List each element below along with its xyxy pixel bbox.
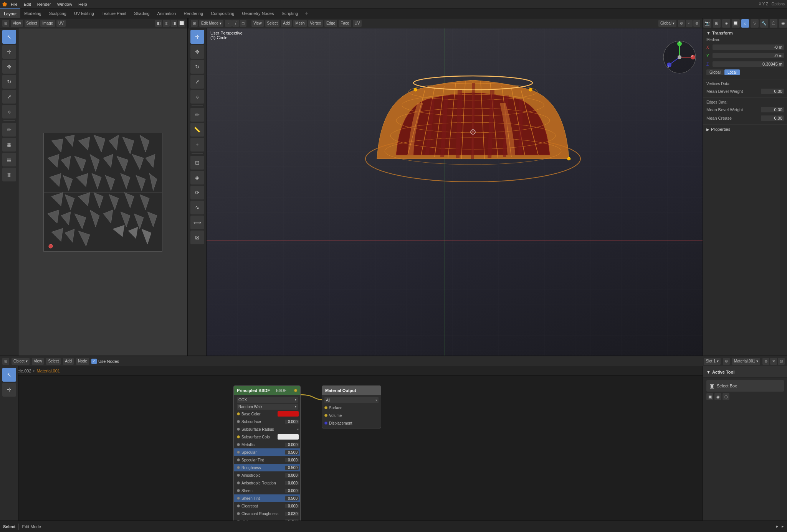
tab-layout[interactable]: Layout: [0, 8, 20, 18]
tab-texture-paint[interactable]: Texture Paint: [98, 8, 130, 18]
uv-icon2[interactable]: ◫: [163, 20, 170, 27]
uv-tool-bar2[interactable]: ▤: [2, 153, 16, 166]
random-walk-dropdown[interactable]: Random Walk ▾: [237, 404, 298, 410]
edge-dropdown[interactable]: Edge: [324, 20, 337, 27]
active-tool-collapse[interactable]: ▼: [706, 370, 711, 374]
menu-window[interactable]: Window: [55, 1, 74, 7]
transform-collapse-icon[interactable]: ▼: [706, 31, 711, 35]
tool-icon-1[interactable]: ▣: [706, 393, 713, 400]
add-dropdown[interactable]: Add: [281, 20, 292, 27]
uv-tool-cursor[interactable]: ✛: [2, 45, 16, 59]
tool-move[interactable]: ✥: [190, 45, 204, 59]
anisotropic-value[interactable]: 0.000: [285, 473, 299, 478]
global-btn[interactable]: Global: [706, 69, 724, 75]
specular-tint-value[interactable]: 0.000: [285, 458, 299, 462]
menu-help[interactable]: Help: [76, 1, 89, 7]
tool-annotate[interactable]: ✏: [190, 108, 204, 122]
uv-icon4[interactable]: ⬜: [178, 20, 185, 27]
subsurface-color-swatch[interactable]: [278, 434, 299, 440]
uv-tool-bar3[interactable]: ▥: [2, 168, 16, 181]
select-box-item[interactable]: ▣ Select Box: [706, 380, 784, 392]
tab-scripting[interactable]: Scripting: [278, 8, 302, 18]
select-dropdown[interactable]: Select: [265, 20, 280, 27]
sheen-value[interactable]: 0.000: [285, 489, 299, 493]
shader-select-dropdown[interactable]: Select: [46, 358, 61, 365]
tool-transform[interactable]: ⟐: [190, 90, 204, 104]
properties-toggle[interactable]: ▶ Properties: [706, 127, 784, 132]
menu-render[interactable]: Render: [35, 1, 53, 7]
props-icon-render[interactable]: 📷: [703, 19, 711, 28]
mat-delete-btn[interactable]: ✕: [770, 358, 777, 365]
tool-rotate[interactable]: ↻: [190, 60, 204, 74]
tool-measure[interactable]: 📏: [190, 123, 204, 137]
mat-browse-btn[interactable]: ⊙: [723, 358, 730, 365]
props-icon-data[interactable]: ⬡: [770, 19, 778, 28]
props-icon-modifier[interactable]: 🔧: [760, 19, 768, 28]
shader-view-dropdown[interactable]: View: [32, 358, 44, 365]
slot-dropdown[interactable]: Slot 1 ▾: [704, 358, 721, 365]
metallic-value[interactable]: 0.000: [285, 443, 299, 447]
tool-scale[interactable]: ⤢: [190, 75, 204, 89]
z-value[interactable]: 0.30945 m: [713, 61, 784, 67]
tool-add[interactable]: +: [190, 138, 204, 152]
tab-geometry-nodes[interactable]: Geometry Nodes: [238, 8, 278, 18]
menu-edit[interactable]: Edit: [21, 1, 33, 7]
vertex-dropdown[interactable]: Vertex: [308, 20, 323, 27]
props-icon-output[interactable]: ⊞: [713, 19, 721, 28]
snap-icon[interactable]: ⊙: [678, 20, 685, 27]
shader-node-dropdown[interactable]: Node: [76, 358, 89, 365]
uv-tool-annotate[interactable]: ✏: [2, 123, 16, 137]
tab-sculpting[interactable]: Sculpting: [45, 8, 70, 18]
uv-dropdown[interactable]: UV: [353, 20, 362, 27]
y-value[interactable]: -0 m: [713, 53, 784, 58]
tool-edge-slide[interactable]: ⟺: [190, 216, 204, 229]
tool-spin[interactable]: ⟳: [190, 186, 204, 199]
props-icon-object[interactable]: ▽: [751, 19, 759, 28]
menu-file[interactable]: File: [8, 1, 20, 7]
vertex-mode-btn[interactable]: ·: [225, 20, 232, 27]
tool-icon-2[interactable]: ◉: [714, 393, 721, 400]
uv-dropdown[interactable]: UV: [56, 20, 66, 27]
use-nodes-checkbox[interactable]: ✓: [91, 359, 97, 364]
tab-animation[interactable]: Animation: [154, 8, 180, 18]
mean-bevel-weight-value[interactable]: 0.00: [761, 89, 784, 94]
sheen-tint-value[interactable]: 0.500: [285, 496, 299, 501]
roughness-value[interactable]: 0.500: [285, 466, 299, 470]
tool-icon-3[interactable]: ⬡: [723, 393, 729, 400]
uv-tool-scale[interactable]: ⤢: [2, 90, 16, 104]
mat-copy-btn[interactable]: ⊡: [778, 358, 785, 365]
uv-tool-rotate[interactable]: ↻: [2, 75, 16, 89]
proportional-icon[interactable]: ○: [686, 20, 693, 27]
props-icon-material[interactable]: ◉: [779, 19, 787, 28]
tool-poly-build[interactable]: ◈: [190, 171, 204, 184]
shader-object-dropdown[interactable]: Object ▾: [12, 358, 30, 365]
add-workspace-btn[interactable]: +: [305, 10, 308, 17]
select-mode-dropdown[interactable]: Select: [25, 20, 39, 27]
material-dropdown[interactable]: Material.001 ▾: [732, 358, 760, 365]
tab-rendering[interactable]: Rendering: [180, 8, 207, 18]
ggx-dropdown[interactable]: GGX ▾: [237, 397, 298, 403]
tool-smooth[interactable]: ∿: [190, 201, 204, 214]
mat-new-btn[interactable]: ⊕: [762, 358, 769, 365]
uv-tool-select[interactable]: ↖: [2, 30, 16, 44]
shader-tool-select[interactable]: ↖: [2, 368, 16, 382]
tool-cursor[interactable]: ✛: [190, 30, 204, 44]
uv-tool-move[interactable]: ✥: [2, 60, 16, 74]
props-icon-scene[interactable]: 🔲: [732, 19, 740, 28]
tab-compositing[interactable]: Compositing: [207, 8, 238, 18]
props-icon-view[interactable]: ◈: [722, 19, 730, 28]
edit-mode-dropdown[interactable]: Edit Mode ▾: [199, 20, 223, 27]
clearcoat-value[interactable]: 0.000: [285, 504, 299, 508]
tool-loop-cut[interactable]: ⊟: [190, 156, 204, 170]
view-mode-dropdown[interactable]: View: [11, 20, 23, 27]
view-dropdown[interactable]: View: [251, 20, 264, 27]
local-btn[interactable]: Local: [724, 69, 740, 75]
clearcoat-roughness-value[interactable]: 0.030: [285, 512, 299, 516]
specular-value[interactable]: 0.500: [285, 450, 299, 455]
global-dropdown[interactable]: Global ▾: [658, 20, 676, 27]
face-dropdown[interactable]: Face: [339, 20, 351, 27]
props-icon-world[interactable]: ○: [741, 19, 749, 28]
mean-crease-value[interactable]: 0.00: [761, 115, 784, 121]
image-dropdown[interactable]: Image: [40, 20, 55, 27]
tab-shading[interactable]: Shading: [130, 8, 153, 18]
